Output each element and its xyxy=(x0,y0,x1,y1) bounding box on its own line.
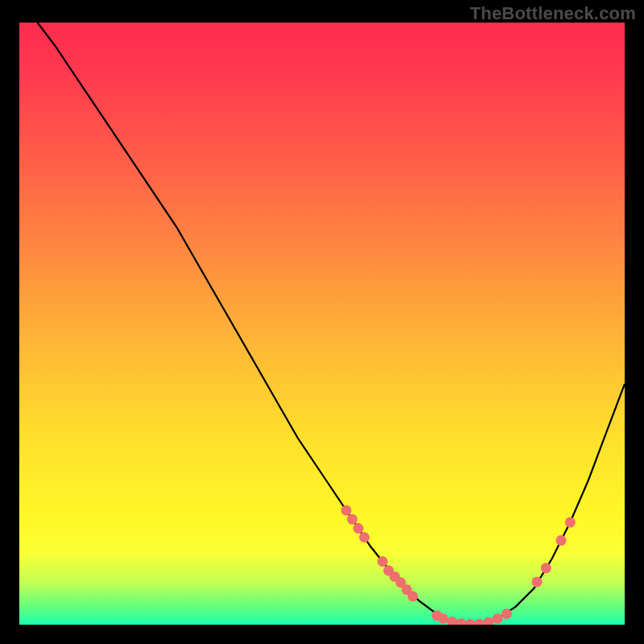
marker-dot xyxy=(532,576,543,587)
marker-dot xyxy=(407,591,418,601)
marker-dot xyxy=(483,617,493,625)
marker-dot xyxy=(347,514,357,525)
marker-dot xyxy=(565,517,576,527)
marker-dot xyxy=(447,617,457,625)
marker-dot xyxy=(341,505,352,515)
marker-dot xyxy=(378,556,388,567)
marker-dot xyxy=(353,523,364,534)
marker-dot xyxy=(438,613,448,624)
bottleneck-curve-path xyxy=(38,23,625,625)
marker-dot xyxy=(493,613,503,624)
curve-svg xyxy=(19,23,625,625)
marker-dot xyxy=(541,563,551,573)
chart-frame: TheBottleneck.com xyxy=(0,0,644,644)
marker-dot xyxy=(465,619,476,625)
marker-dot xyxy=(502,609,512,619)
marker-dot xyxy=(359,532,369,543)
plot-area xyxy=(19,23,625,625)
marker-dot xyxy=(456,618,467,625)
marker-dot xyxy=(556,535,567,546)
marker-dot xyxy=(474,619,485,625)
marker-group xyxy=(341,505,576,625)
watermark-text: TheBottleneck.com xyxy=(470,3,636,24)
